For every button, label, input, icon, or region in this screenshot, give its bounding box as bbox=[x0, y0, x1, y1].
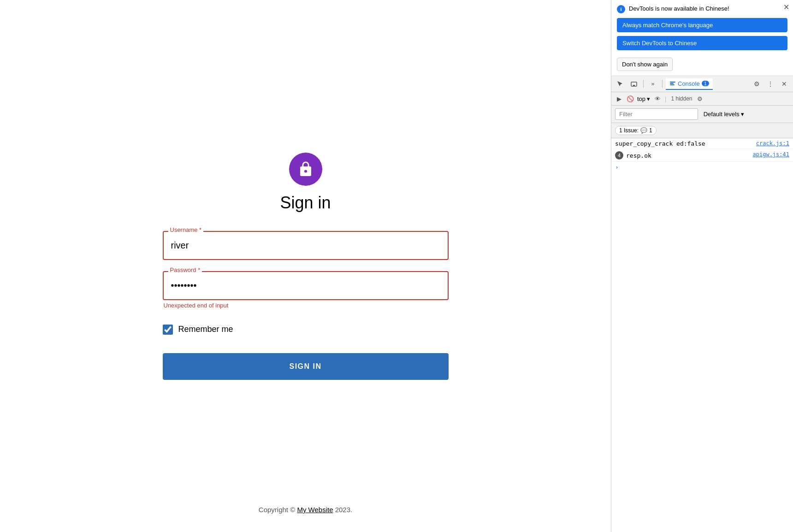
devtools-close-icon[interactable]: ✕ bbox=[778, 78, 790, 90]
username-input[interactable] bbox=[163, 231, 449, 260]
log-text: super_copy_crack ed:false bbox=[615, 140, 752, 147]
toolbar-divider-1 bbox=[643, 80, 644, 88]
default-levels-button[interactable]: Default levels ▾ bbox=[704, 111, 744, 118]
svg-rect-1 bbox=[633, 85, 635, 86]
issue-number: 1 bbox=[649, 127, 652, 134]
resp-ok-text: resp.ok bbox=[626, 152, 749, 159]
log-source[interactable]: crack.js:1 bbox=[756, 140, 789, 147]
devtools-toolbar-row1: » Console 1 ⚙ ⋮ ✕ bbox=[611, 76, 793, 92]
issue-count-text: 1 Issue: bbox=[619, 127, 639, 134]
default-levels-chevron: ▾ bbox=[741, 111, 744, 118]
password-input[interactable] bbox=[163, 271, 449, 300]
toolbar-divider-vertical: | bbox=[665, 95, 666, 102]
lock-icon-wrapper bbox=[289, 153, 322, 186]
switch-chinese-button[interactable]: Switch DevTools to Chinese bbox=[617, 36, 787, 50]
lock-icon bbox=[297, 161, 314, 177]
issues-row: 1 Issue: 💬 1 bbox=[611, 123, 793, 138]
error-message: Unexpected end of input bbox=[163, 302, 449, 309]
username-label: Username * bbox=[168, 226, 204, 233]
devtools-panel: i DevTools is now available in Chinese! … bbox=[611, 0, 793, 532]
device-toggle-icon[interactable] bbox=[628, 78, 640, 90]
play-icon[interactable]: ▶ bbox=[615, 95, 623, 103]
context-label: top bbox=[637, 95, 645, 102]
notification-text: DevTools is now available in Chinese! bbox=[629, 5, 729, 13]
expand-arrow[interactable]: › bbox=[611, 162, 793, 172]
devtools-toolbar-row2: ▶ 🚫 top ▾ 👁 | 1 hidden ⚙ bbox=[611, 92, 793, 106]
dont-show-button[interactable]: Don't show again bbox=[617, 58, 673, 71]
resp-ok-source[interactable]: apigw.js:41 bbox=[753, 151, 789, 158]
eye-icon[interactable]: 👁 bbox=[653, 94, 662, 103]
default-levels-label: Default levels bbox=[704, 111, 740, 118]
info-icon: i bbox=[617, 5, 625, 13]
sign-in-button[interactable]: SIGN IN bbox=[163, 353, 449, 380]
main-panel: Sign in Username * Password * Unexpected… bbox=[0, 0, 611, 532]
always-match-button[interactable]: Always match Chrome's language bbox=[617, 18, 787, 32]
password-label: Password * bbox=[168, 266, 202, 273]
issue-badge[interactable]: 1 Issue: 💬 1 bbox=[615, 126, 657, 135]
log-entry: super_copy_crack ed:false crack.js:1 bbox=[611, 138, 793, 149]
page-title: Sign in bbox=[280, 193, 331, 213]
resp-ok-entry: 4 resp.ok apigw.js:41 bbox=[611, 149, 793, 162]
devtools-settings-icon[interactable]: ⚙ bbox=[751, 78, 763, 90]
password-field-wrapper: Password * Unexpected end of input bbox=[163, 271, 449, 309]
svg-rect-2 bbox=[670, 82, 675, 83]
message-icon: 💬 bbox=[640, 127, 647, 134]
stop-icon[interactable]: 🚫 bbox=[626, 95, 634, 103]
console-tab-label: Console bbox=[678, 80, 700, 87]
hidden-count-label: 1 hidden bbox=[671, 95, 692, 102]
filter-row: Default levels ▾ bbox=[611, 106, 793, 123]
console-tab[interactable]: Console 1 bbox=[666, 78, 713, 90]
copyright: Copyright © My Website 2023. bbox=[259, 506, 352, 514]
resp-count-badge: 4 bbox=[615, 151, 623, 160]
console-count-badge: 1 bbox=[702, 81, 709, 86]
filter-input[interactable] bbox=[615, 108, 698, 120]
notification-header: i DevTools is now available in Chinese! bbox=[617, 5, 787, 13]
form-container: Username * Password * Unexpected end of … bbox=[163, 231, 449, 380]
svg-rect-3 bbox=[670, 83, 674, 84]
close-notification-button[interactable]: ✕ bbox=[783, 4, 789, 11]
copyright-link[interactable]: My Website bbox=[297, 506, 333, 514]
svg-rect-4 bbox=[670, 84, 675, 85]
copyright-text: Copyright © bbox=[259, 506, 297, 514]
console-settings-icon[interactable]: ⚙ bbox=[695, 94, 704, 103]
context-chevron-icon: ▾ bbox=[647, 95, 650, 102]
devtools-notification: i DevTools is now available in Chinese! … bbox=[611, 0, 793, 76]
username-field-wrapper: Username * bbox=[163, 231, 449, 260]
remember-me-row: Remember me bbox=[163, 325, 449, 335]
remember-me-label: Remember me bbox=[178, 325, 233, 334]
copyright-year: 2023. bbox=[333, 506, 352, 514]
devtools-more-menu-icon[interactable]: ⋮ bbox=[764, 78, 776, 90]
toolbar-divider-2 bbox=[662, 80, 663, 88]
remember-me-checkbox[interactable] bbox=[163, 325, 173, 335]
more-tabs-icon[interactable]: » bbox=[647, 78, 659, 90]
inspect-element-icon[interactable] bbox=[614, 78, 626, 90]
console-log-area: super_copy_crack ed:false crack.js:1 4 r… bbox=[611, 138, 793, 532]
context-selector[interactable]: top ▾ bbox=[637, 95, 650, 102]
